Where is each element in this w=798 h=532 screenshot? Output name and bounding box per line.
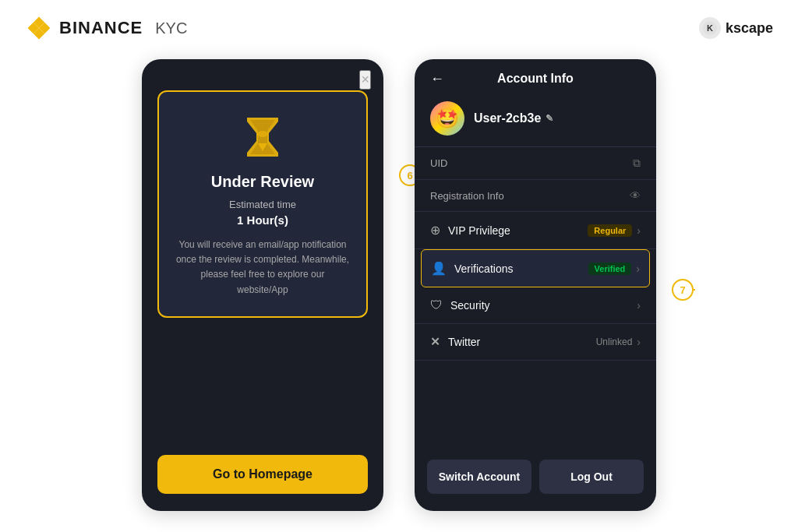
vip-badge: Regular xyxy=(588,224,632,237)
hourglass-icon xyxy=(239,114,286,160)
vip-privilege-item[interactable]: ⊕ VIP Privilege Regular › xyxy=(415,212,656,249)
under-review-card: Under Review Estimated time 1 Hour(s) Yo… xyxy=(157,90,368,318)
back-button[interactable]: ← xyxy=(430,71,444,87)
twitter-right: Unlinked › xyxy=(596,336,641,348)
under-review-title: Under Review xyxy=(211,173,314,191)
verifications-left: 👤 Verifications xyxy=(431,261,513,276)
kscape-label: kscape xyxy=(726,20,773,37)
user-profile: 🤩 User-2cb3e ✎ xyxy=(415,93,656,147)
security-left: 🛡 Security xyxy=(430,298,490,312)
security-right: › xyxy=(637,299,641,312)
verifications-badge: Verified xyxy=(588,262,632,275)
app-header: BINANCE KYC K kscape xyxy=(0,0,798,51)
binance-logo: BINANCE xyxy=(25,14,143,42)
phone-left-bottom: Go to Homepage xyxy=(157,455,368,494)
vip-icon: ⊕ xyxy=(430,223,440,238)
kscape-brand: K kscape xyxy=(699,17,773,39)
svg-point-8 xyxy=(257,131,268,137)
user-avatar: 🤩 xyxy=(430,101,464,136)
registration-row: Registration Info 👁 xyxy=(415,180,656,212)
vip-left: ⊕ VIP Privilege xyxy=(430,223,510,238)
kyc-label: KYC xyxy=(155,19,187,37)
main-content: × Under Review Estimated time 1 Hour(s) … xyxy=(0,51,798,519)
right-phone: ← Account Info 🤩 User-2cb3e ✎ UID ⧉ xyxy=(415,59,656,511)
twitter-label: Twitter xyxy=(448,336,480,348)
registration-label: Registration Info xyxy=(430,190,504,202)
estimated-time-value: 1 Hour(s) xyxy=(237,213,288,227)
security-item[interactable]: 🛡 Security › xyxy=(415,287,656,324)
binance-diamond-icon xyxy=(25,14,53,42)
security-label: Security xyxy=(450,299,490,312)
avatar-emoji: 🤩 xyxy=(436,107,459,129)
vip-chevron-icon: › xyxy=(637,224,641,237)
svg-text:K: K xyxy=(707,23,713,33)
twitter-chevron-icon: › xyxy=(637,336,641,348)
verifications-right: Verified › xyxy=(588,262,640,275)
security-icon: 🛡 xyxy=(430,298,443,312)
right-phone-wrapper: ← Account Info 🤩 User-2cb3e ✎ UID ⧉ xyxy=(415,59,656,511)
left-phone-wrapper: × Under Review Estimated time 1 Hour(s) … xyxy=(142,59,383,511)
twitter-unlinked-badge: Unlinked xyxy=(596,336,633,347)
brand-area: BINANCE KYC xyxy=(25,14,187,42)
left-phone: × Under Review Estimated time 1 Hour(s) … xyxy=(142,59,383,511)
logout-button[interactable]: Log Out xyxy=(539,460,644,494)
close-button[interactable]: × xyxy=(359,70,371,90)
step-7-badge-area: 7 xyxy=(672,289,695,291)
user-info: User-2cb3e ✎ xyxy=(474,111,553,125)
phone-right-bottom: Switch Account Log Out xyxy=(427,460,644,494)
vip-label: VIP Privilege xyxy=(448,224,510,237)
edit-icon[interactable]: ✎ xyxy=(546,113,553,124)
user-name: User-2cb3e ✎ xyxy=(474,111,553,125)
go-homepage-button[interactable]: Go to Homepage xyxy=(157,455,368,494)
binance-text: BINANCE xyxy=(59,18,143,38)
security-chevron-icon: › xyxy=(637,299,641,312)
estimated-time-label: Estimated time xyxy=(229,199,296,210)
kscape-logo-icon: K xyxy=(702,20,718,36)
step-7-badge: 7 xyxy=(672,279,694,301)
uid-label: UID xyxy=(430,157,447,169)
kscape-icon: K xyxy=(699,17,721,39)
vip-right: Regular › xyxy=(588,224,641,237)
account-info-title: Account Info xyxy=(497,72,574,86)
twitter-left: ✕ Twitter xyxy=(430,335,480,349)
uid-copy-icon[interactable]: ⧉ xyxy=(633,157,641,170)
phone-top-bar: ← Account Info xyxy=(415,59,656,93)
verifications-chevron-icon: › xyxy=(636,262,640,275)
registration-eye-icon[interactable]: 👁 xyxy=(630,189,641,202)
uid-row: UID ⧉ xyxy=(415,147,656,180)
twitter-item[interactable]: ✕ Twitter Unlinked › xyxy=(415,324,656,361)
under-review-description: You will receive an email/app notificati… xyxy=(175,238,351,298)
verifications-item[interactable]: 👤 Verifications Verified › xyxy=(421,249,650,287)
switch-account-button[interactable]: Switch Account xyxy=(427,460,531,494)
twitter-x-icon: ✕ xyxy=(430,335,440,349)
username-text: User-2cb3e xyxy=(474,111,541,125)
verifications-icon: 👤 xyxy=(431,261,447,276)
verifications-label: Verifications xyxy=(454,262,513,275)
